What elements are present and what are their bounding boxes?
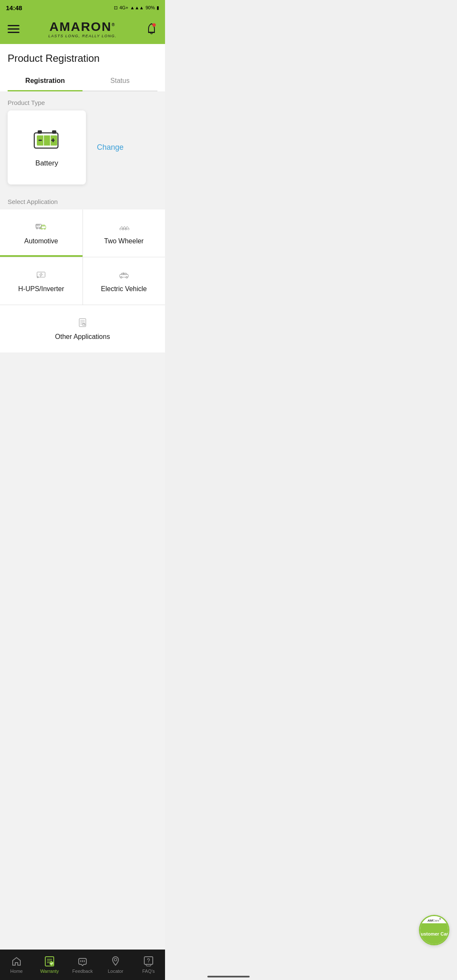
warranty-icon xyxy=(44,956,55,967)
product-card-battery[interactable]: Battery xyxy=(8,110,86,184)
page-title: Product Registration xyxy=(8,52,157,64)
app-two-wheeler-label: Two Wheeler xyxy=(104,237,143,245)
network-label: 4G+ xyxy=(119,5,128,10)
notification-bell-button[interactable] xyxy=(146,23,157,35)
locator-icon xyxy=(110,956,121,967)
status-bar: 14:48 ⊡ 4G+ ▲▲▲ 90% ▮ xyxy=(0,0,165,15)
product-type-label: Product Type xyxy=(0,91,165,110)
main-content: Product Registration Registration Status… xyxy=(0,44,165,951)
nav-feedback[interactable]: Feedback xyxy=(66,956,99,974)
product-type-section: Product Type xyxy=(0,91,165,190)
faq-icon xyxy=(143,956,154,967)
nav-feedback-label: Feedback xyxy=(72,969,93,974)
logo: AMARON® LASTS LONG, REALLY LONG. xyxy=(48,19,117,38)
app-other[interactable]: Other Applications xyxy=(0,305,165,352)
app-inverter-label: H-UPS/Inverter xyxy=(18,285,64,293)
change-product-button[interactable]: Change xyxy=(97,143,124,152)
signal-bars-icon: ▲▲▲ xyxy=(130,5,144,10)
product-type-row: Battery Change xyxy=(0,110,165,190)
svg-rect-4 xyxy=(52,130,56,134)
nav-home[interactable]: Home xyxy=(0,956,33,974)
logo-text: AMARON® xyxy=(50,19,116,34)
svg-point-52 xyxy=(114,958,117,961)
svg-rect-31 xyxy=(119,275,128,277)
nav-warranty[interactable]: Warranty xyxy=(33,956,66,974)
page-title-section: Product Registration Registration Status xyxy=(0,44,165,91)
status-time: 14:48 xyxy=(6,4,22,11)
svg-rect-10 xyxy=(52,138,54,142)
select-application-section: Select Application xyxy=(0,190,165,352)
svg-rect-0 xyxy=(148,32,155,33)
svg-rect-43 xyxy=(84,323,85,324)
automotive-icon xyxy=(36,221,47,232)
feedback-icon xyxy=(77,956,88,967)
battery-icon xyxy=(32,128,62,153)
nav-locator-label: Locator xyxy=(108,969,124,974)
app-automotive-label: Automotive xyxy=(24,237,58,245)
ev-icon xyxy=(118,269,129,280)
app-other-label: Other Applications xyxy=(55,333,110,341)
two-wheeler-icon xyxy=(118,221,129,232)
svg-point-1 xyxy=(152,23,156,27)
svg-rect-27 xyxy=(37,272,45,277)
svg-rect-3 xyxy=(38,130,42,134)
home-icon xyxy=(11,956,22,967)
application-grid: Automotive xyxy=(0,209,165,352)
nav-warranty-label: Warranty xyxy=(40,969,59,974)
tab-status[interactable]: Status xyxy=(83,71,157,91)
svg-rect-8 xyxy=(39,140,42,141)
nav-faqs[interactable]: FAQ's xyxy=(132,956,165,974)
select-application-label: Select Application xyxy=(0,190,165,209)
app-inverter[interactable]: H-UPS/Inverter xyxy=(0,257,83,305)
svg-point-54 xyxy=(148,962,149,963)
product-card-battery-label: Battery xyxy=(36,159,58,168)
inverter-icon xyxy=(36,269,47,280)
battery-label: 90% xyxy=(146,5,155,10)
bottom-nav: Home Warranty Feedback xyxy=(0,950,165,980)
sim-icon: ⊡ xyxy=(114,5,118,11)
tab-registration[interactable]: Registration xyxy=(8,71,83,91)
nav-faqs-label: FAQ's xyxy=(142,969,155,974)
tabs: Registration Status xyxy=(8,71,157,91)
other-icon xyxy=(77,317,88,328)
hamburger-menu-button[interactable] xyxy=(8,25,19,33)
status-icons: ⊡ 4G+ ▲▲▲ 90% ▮ xyxy=(114,5,159,11)
header: AMARON® LASTS LONG, REALLY LONG. xyxy=(0,15,165,44)
logo-tagline: LASTS LONG, REALLY LONG. xyxy=(48,34,117,38)
svg-rect-13 xyxy=(38,225,39,226)
app-ev[interactable]: Electric Vehicle xyxy=(83,257,165,305)
app-automotive[interactable]: Automotive xyxy=(0,209,83,257)
nav-home-label: Home xyxy=(10,969,22,974)
nav-locator[interactable]: Locator xyxy=(99,956,132,974)
svg-rect-42 xyxy=(83,323,83,324)
battery-icon: ▮ xyxy=(157,5,159,11)
app-two-wheeler[interactable]: Two Wheeler xyxy=(83,209,165,257)
svg-rect-33 xyxy=(124,273,126,275)
svg-rect-53 xyxy=(144,957,153,964)
svg-rect-12 xyxy=(36,225,38,226)
app-ev-label: Electric Vehicle xyxy=(101,285,147,293)
